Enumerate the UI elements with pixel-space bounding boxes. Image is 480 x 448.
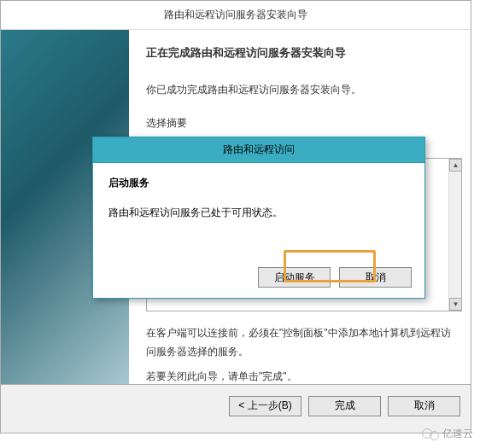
watermark-text: 亿速云 — [442, 427, 473, 441]
wizard-footer: < 上一步(B) 完成 取消 — [1, 384, 471, 427]
cancel-button[interactable]: 取消 — [388, 396, 460, 416]
wizard-after-text: 在客户端可以连接前，必须在"控制面板"中添加本地计算机到远程访问服务器选择的服务… — [146, 324, 454, 387]
start-service-button[interactable]: 启动服务 — [258, 267, 331, 288]
dialog-body: 启动服务 路由和远程访问服务已处于可用状态。 — [93, 163, 424, 254]
service-dialog: 路由和远程访问 启动服务 路由和远程访问服务已处于可用状态。 启动服务 取消 — [92, 137, 425, 299]
dialog-heading: 启动服务 — [108, 176, 409, 190]
watermark: 亿速云 — [422, 427, 473, 441]
wizard-title: 路由和远程访问服务器安装向导 — [1, 1, 471, 30]
scroll-down-icon[interactable]: ▼ — [449, 298, 462, 311]
dialog-cancel-button[interactable]: 取消 — [339, 267, 412, 288]
wizard-heading: 正在完成路由和远程访问服务器安装向导 — [146, 45, 454, 61]
dialog-footer: 启动服务 取消 — [258, 267, 412, 288]
dialog-title: 路由和远程访问 — [223, 143, 295, 157]
wizard-summary-prefix: 选择摘要 — [146, 115, 454, 131]
wizard-note-line1: 在客户端可以连接前，必须在"控制面板"中添加本地计算机到远程访问服务器选择的服务… — [146, 324, 454, 361]
finish-button[interactable]: 完成 — [308, 396, 381, 416]
scroll-up-icon[interactable]: ▲ — [449, 159, 462, 172]
dialog-text: 路由和远程访问服务已处于可用状态。 — [108, 206, 409, 220]
back-button[interactable]: < 上一步(B) — [229, 396, 301, 416]
dialog-titlebar[interactable]: 路由和远程访问 — [93, 137, 424, 163]
scrollbar[interactable]: ▲ ▼ — [448, 159, 461, 311]
watermark-logo-icon — [422, 428, 439, 440]
wizard-close-instruction: 若要关闭此向导，请单击"完成"。 — [146, 368, 454, 387]
wizard-success-text: 你已成功完成路由和远程访问服务器安装向导。 — [146, 82, 454, 98]
